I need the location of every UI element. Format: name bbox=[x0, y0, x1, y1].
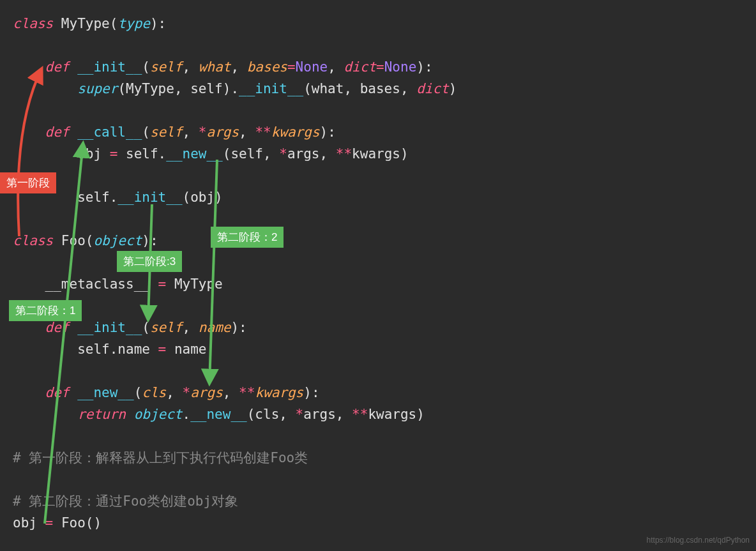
code-line bbox=[13, 34, 750, 56]
code-comment: # 第二阶段：通过Foo类创建obj对象 bbox=[13, 490, 750, 512]
code-line: class Foo(object): bbox=[13, 230, 750, 252]
code-line bbox=[13, 425, 750, 447]
watermark: https://blog.csdn.net/qdPython bbox=[647, 536, 750, 545]
code-editor: class MyType(type): def __init__(self, w… bbox=[13, 13, 750, 534]
label-stage1: 第一阶段 bbox=[0, 172, 56, 193]
code-line bbox=[13, 469, 750, 490]
code-line: class MyType(type): bbox=[13, 13, 750, 34]
code-line bbox=[13, 208, 750, 230]
code-line: obj = self.__new__(self, *args, **kwargs… bbox=[13, 143, 750, 165]
code-line bbox=[13, 295, 750, 317]
code-line bbox=[13, 360, 750, 382]
code-line: def __init__(self, what, bases=None, dic… bbox=[13, 56, 750, 78]
label-stage2-2: 第二阶段：2 bbox=[211, 227, 284, 248]
code-line: return object.__new__(cls, *args, **kwar… bbox=[13, 404, 750, 425]
code-line: obj = Foo() bbox=[13, 512, 750, 534]
code-comment: # 第一阶段：解释器从上到下执行代码创建Foo类 bbox=[13, 447, 750, 469]
label-stage2-3: 第二阶段:3 bbox=[117, 251, 182, 272]
code-line: self.__init__(obj) bbox=[13, 186, 750, 208]
code-line: def __init__(self, name): bbox=[13, 317, 750, 338]
code-line: def __call__(self, *args, **kwargs): bbox=[13, 121, 750, 143]
code-line bbox=[13, 100, 750, 121]
code-line: def __new__(cls, *args, **kwargs): bbox=[13, 382, 750, 404]
code-line bbox=[13, 165, 750, 186]
label-stage2-1: 第二阶段：1 bbox=[9, 300, 82, 321]
code-line: self.name = name bbox=[13, 338, 750, 360]
code-line: __metaclass__ = MyType bbox=[13, 273, 750, 295]
code-line: super(MyType, self).__init__(what, bases… bbox=[13, 78, 750, 100]
